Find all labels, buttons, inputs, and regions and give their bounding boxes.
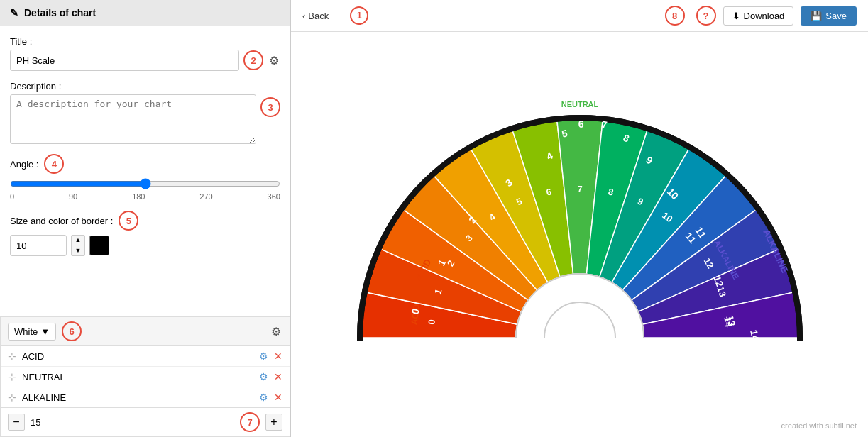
back-label: Back	[308, 11, 329, 21]
step-3-badge: 3	[260, 97, 280, 117]
category-section: White ▼ 6 ⚙ ⊹ ACID ⚙ ✕ ⊹ NEUTRAL ⚙ ✕ ⊹ A	[0, 316, 290, 437]
description-row: 3	[10, 94, 280, 144]
watermark: created with subtil.net	[781, 421, 857, 430]
list-item: ⊹ ALKALINE ⚙ ✕	[1, 387, 290, 407]
title-row: 2 ⚙	[10, 50, 280, 71]
download-label: Download	[744, 11, 785, 21]
category-remove-icon[interactable]: ✕	[274, 392, 282, 403]
save-button[interactable]: 💾 Save	[801, 6, 857, 26]
segment-label-6: 6	[578, 118, 584, 129]
step-2-badge: 2	[243, 50, 263, 70]
label-0: 0	[426, 319, 437, 325]
save-label: Save	[825, 11, 847, 21]
edit-icon: ✎	[10, 7, 18, 18]
list-item: ⊹ ACID ⚙ ✕	[1, 346, 290, 367]
panel-body: Title : 2 ⚙ Description : 3 Angle : 4	[0, 26, 290, 316]
items-count: 15	[31, 417, 234, 428]
step-4-badge: 4	[44, 154, 64, 174]
panel-header: ✎ Details of chart	[0, 0, 290, 26]
category-settings-icon[interactable]: ⚙	[259, 371, 268, 382]
increment-button[interactable]: +	[265, 414, 282, 431]
category-list: ⊹ ACID ⚙ ✕ ⊹ NEUTRAL ⚙ ✕ ⊹ ALKALINE ⚙ ✕	[0, 346, 290, 408]
tick-360: 360	[268, 192, 280, 201]
category-settings-icon[interactable]: ⚙	[259, 392, 268, 403]
category-remove-icon[interactable]: ✕	[274, 371, 282, 382]
download-icon: ⬇	[732, 11, 740, 21]
decrement-button[interactable]: −	[8, 414, 25, 431]
back-arrow-icon: ‹	[302, 11, 305, 21]
category-name: ALKALINE	[22, 392, 253, 403]
border-row: ▲ ▼	[10, 235, 280, 256]
drag-handle-icon[interactable]: ⊹	[8, 392, 16, 403]
ph-chart-svg: 01234567891011121314ACIDNEUTRALALKALINE …	[339, 96, 821, 373]
background-label: White	[14, 326, 38, 337]
step-8-badge: 8	[665, 6, 685, 26]
tick-180: 180	[132, 192, 145, 201]
slider-ticks: 0 90 180 270 360	[10, 192, 280, 201]
description-group: Description : 3	[10, 81, 280, 144]
spinner-down-button[interactable]: ▼	[72, 245, 84, 255]
category-name: NEUTRAL	[22, 372, 253, 382]
category-settings-icon[interactable]: ⚙	[259, 350, 268, 362]
drag-handle-icon[interactable]: ⊹	[8, 350, 16, 362]
border-label: Size and color of border :	[10, 216, 113, 226]
angle-slider[interactable]	[10, 178, 280, 189]
category-remove-icon[interactable]: ✕	[274, 350, 282, 362]
title-group: Title : 2 ⚙	[10, 36, 280, 71]
neutral-label-text: NEUTRAL	[561, 100, 598, 109]
panel-title: Details of chart	[24, 7, 96, 18]
title-gear-button[interactable]: ⚙	[268, 52, 280, 69]
step-7-badge: 7	[240, 412, 260, 432]
angle-label: Angle :	[10, 159, 38, 170]
category-header: White ▼ 6 ⚙	[0, 316, 290, 346]
border-color-swatch[interactable]	[89, 236, 109, 255]
header-spacer: 1	[336, 6, 657, 25]
drag-handle-icon[interactable]: ⊹	[8, 371, 16, 382]
category-gear-button[interactable]: ⚙	[270, 323, 282, 340]
border-group: Size and color of border : 5 ▲ ▼	[10, 211, 280, 256]
background-dropdown[interactable]: White ▼	[8, 323, 56, 341]
step-6-badge: 6	[62, 321, 82, 341]
download-button[interactable]: ⬇ Download	[723, 6, 794, 26]
right-header: ‹ Back 1 8 ? ⬇ Download 💾 Save	[291, 0, 868, 32]
step-1-badge: 1	[350, 6, 368, 25]
help-button[interactable]: ?	[696, 6, 716, 26]
label-7: 7	[577, 183, 582, 194]
dropdown-arrow-icon: ▼	[40, 326, 50, 337]
step-5-badge: 5	[119, 211, 138, 231]
tick-270: 270	[199, 192, 212, 201]
left-panel: ✎ Details of chart Title : 2 ⚙ Descripti…	[0, 0, 291, 437]
save-icon: 💾	[811, 11, 822, 21]
angle-slider-container: 0 90 180 270 360	[10, 178, 280, 201]
tick-90: 90	[69, 192, 77, 201]
right-panel: ‹ Back 1 8 ? ⬇ Download 💾 Save	[291, 0, 868, 437]
description-input[interactable]	[10, 94, 256, 144]
border-size-input[interactable]	[10, 235, 67, 256]
category-name: ACID	[22, 351, 253, 362]
list-item: ⊹ NEUTRAL ⚙ ✕	[1, 367, 290, 387]
angle-group: Angle : 4 0 90 180 270 360	[10, 154, 280, 201]
back-button[interactable]: ‹ Back	[302, 11, 329, 21]
segment-label-14: 14	[748, 328, 762, 342]
spinner-buttons: ▲ ▼	[71, 235, 85, 256]
title-input[interactable]	[10, 50, 239, 71]
spinner-up-button[interactable]: ▲	[72, 236, 84, 245]
chart-area: 01234567891011121314ACIDNEUTRALALKALINE …	[291, 32, 868, 437]
category-footer: − 15 7 +	[0, 408, 290, 437]
tick-0: 0	[10, 192, 14, 201]
title-label: Title :	[10, 36, 280, 47]
description-label: Description :	[10, 81, 280, 92]
